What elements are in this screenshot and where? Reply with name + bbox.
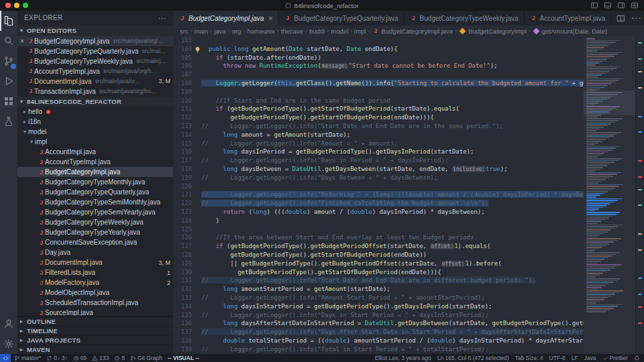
tree-item[interactable]: J FilteredLists.java 1 [17,267,173,278]
status-formatter[interactable]: Prettier [602,355,628,361]
layout-sidebar-right-icon[interactable] [617,1,625,9]
code-line[interactable]: 135// Logger.getLogger().info("Days in S… [173,312,644,320]
code-line[interactable]: 109 [173,88,644,97]
status-branch[interactable]: master* [14,355,41,361]
breadcrumb-symbol[interactable]: getAmount(Date, Date) [542,27,608,35]
breadcrumb-item[interactable]: buddi [309,27,325,35]
status-vim-mode[interactable]: -- VISUAL -- [168,355,199,361]
activity-bar-source-control[interactable] [0,51,17,71]
open-editors-header[interactable]: ▾ OPEN EDITORS [17,25,173,36]
activity-bar-testing[interactable] [0,111,17,131]
code-line[interactable]: 107 [173,71,644,80]
code-line[interactable]: 113// Logger.getLogger().info("Start Dat… [173,123,644,131]
breadcrumb-item[interactable]: java [214,27,225,35]
activity-bar-explorer[interactable] [0,11,17,31]
code-line[interactable]: 129 || getBudgetPeriodType().getBudgetPe… [173,260,644,269]
close-window-button[interactable] [5,3,11,8]
tree-item[interactable]: J BudgetCategoryTypeSemiMonthly.java [17,197,173,207]
section-maven[interactable]: ▸ MAVEN [17,345,173,354]
code-line[interactable]: 122// Logger.getLogger().info("Finished … [173,200,644,208]
status-warnings[interactable]: 133 [92,355,109,361]
tree-item[interactable]: J ModelFactory.java 2 [17,278,173,288]
code-line[interactable]: 125 [173,226,644,235]
code-line[interactable]: 111 if (getBudgetPeriodType().getStartOf… [173,105,644,114]
status-cursor-position[interactable]: Ln 165, Col 6 (472 selected) [437,355,509,361]
code-line[interactable]: 106 throw new RuntimeException(message:"… [173,62,644,71]
section-outline[interactable]: ▸ OUTLINE [17,316,173,326]
tree-folder-impl[interactable]: ▾ impl [17,137,173,147]
workspace-header[interactable]: ▾ 84LINESOFCODE_REFACTOR [17,97,173,107]
breadcrumb-item[interactable]: main [195,27,209,35]
activity-bar-run-debug[interactable] [0,71,17,91]
code-line[interactable]: 137// Logger.getLogger().info("Days Afte… [173,328,644,337]
code-line[interactable]: 103 [173,37,644,46]
tree-folder-hello[interactable]: ▸ hello [17,107,173,117]
layout-custom-icon[interactable] [631,1,639,9]
open-editor-item[interactable]: J DocumentImpl.java src/main/java/or... … [17,76,173,86]
section-timeline[interactable]: ▸ TIMELINE [17,326,173,335]
code-line[interactable]: 136 long daysAfterStartDateInStartPeriod… [173,320,644,328]
code-line[interactable]: 124 } [173,217,644,226]
maximize-window-button[interactable] [23,3,28,8]
open-editor-item[interactable]: J TransactionImpl.java src/main/java/org… [17,86,173,97]
status-eol[interactable]: LF [572,355,578,361]
open-editor-item[interactable]: J BudgetCategoryTypeWeekly.java src/main… [17,56,173,66]
activity-bar-account[interactable] [0,314,17,334]
code-line[interactable]: 112 getBudgetPeriodType().getStartOfBudg… [173,114,644,123]
status-encoding[interactable]: UTF-8 [549,355,566,361]
breadcrumb-item[interactable]: impl [354,27,366,35]
code-line[interactable]: 123 return (long) (((double) amount / (d… [173,208,644,217]
status-git-graph[interactable]: Git Graph [130,355,162,361]
code-line[interactable]: 114 long amount = getAmount(startDate); [173,131,644,140]
code-line[interactable]: 130 getBudgetPeriodType().getStartOfBudg… [173,269,644,278]
breadcrumb-item[interactable]: homeunix [247,27,274,35]
tree-item[interactable]: J BudgetCategoryImpl.java [17,167,173,177]
minimap[interactable] [584,36,636,354]
tree-item[interactable]: J AccountTypeImpl.java [17,157,173,167]
status-tab-size[interactable]: Tab Size: 4 [515,355,543,361]
code-line[interactable]: 118 long daysBetween = DateUtil.getDaysB… [173,166,644,174]
minimize-window-button[interactable] [14,3,19,8]
activity-bar-extensions[interactable] [0,91,17,111]
breadcrumb-item[interactable]: src [180,27,189,35]
status-info[interactable]: 8 [114,355,125,361]
tree-item[interactable]: J BudgetCategoryTypeQuarterly.java [17,187,173,197]
code-line[interactable]: 120 [173,183,644,192]
status-language[interactable]: Java [584,355,596,361]
close-icon[interactable]: × [268,15,272,22]
minimap-slider[interactable] [584,90,636,116]
tree-item[interactable]: J BudgetCategoryTypeWeekly.java [17,217,173,227]
open-editor-item[interactable]: J AccountTypeImpl.java src/main/java/org… [17,66,173,76]
tree-item[interactable]: J ConcurrentSaveException.java [17,237,173,247]
code-line[interactable]: 127 if (getBudgetPeriodType().getBudgetP… [173,243,644,251]
code-line[interactable]: 139// Logger.getLogger().info("Total in … [173,346,644,354]
editor-tab[interactable]: J BudgetCategoryTypeWeekly.java [405,11,525,25]
tree-item[interactable]: J AccountImpl.java [17,147,173,157]
editor-tab[interactable]: J AccountTypeImpl.java [525,11,612,25]
split-editor-icon[interactable] [616,14,625,23]
section-java-projects[interactable]: ▸ JAVA PROJECTS [17,335,173,345]
quick-fix-lightbulb-icon[interactable] [194,46,201,54]
code-line[interactable]: 117// Logger.getLogger().info("Days in P… [173,157,644,166]
tree-item[interactable]: J BudgetCategoryTypeMonthly.java [17,177,173,187]
tree-item[interactable]: J SourceImpl.java [17,308,173,316]
open-editor-item[interactable]: × J BudgetCategoryImpl.java src/main/jav… [17,36,173,46]
code-line[interactable]: 108 Logger.getLogger(this.getClass().get… [173,80,644,88]
code-line[interactable]: 119// Logger.getLogger().info("Days Betw… [173,174,644,183]
layout-panel-icon[interactable] [604,1,612,9]
tree-item[interactable]: J BudgetCategoryTypeSemiYearly.java [17,207,173,217]
tree-item[interactable]: J ScheduledTransactionImpl.java [17,298,173,308]
code-line[interactable]: 131// Logger.getLogger().info("Start Dat… [173,277,644,286]
code-line[interactable]: 132 long amountStartPeriod = getAmount(s… [173,286,644,294]
layout-sidebar-left-icon[interactable] [590,1,598,9]
more-actions-icon[interactable]: ··· [631,12,641,24]
code-line[interactable]: 134 long daysInStartPeriod = getBudgetPe… [173,303,644,312]
breadcrumb-item[interactable]: thecave [281,27,303,35]
tree-item[interactable]: J ModelObjectImpl.java [17,288,173,298]
breadcrumb-item[interactable]: model [331,27,348,35]
tree-item[interactable]: J Day.java [17,247,173,257]
breadcrumb-symbol[interactable]: BudgetCategoryImpl [468,27,527,35]
status-errors[interactable]: 69 [73,355,87,361]
code-line[interactable]: 138 double totalStartPeriod = ((double) … [173,337,644,346]
code-line[interactable]: 115// Logger.getLogger().info("Amount = … [173,140,644,149]
